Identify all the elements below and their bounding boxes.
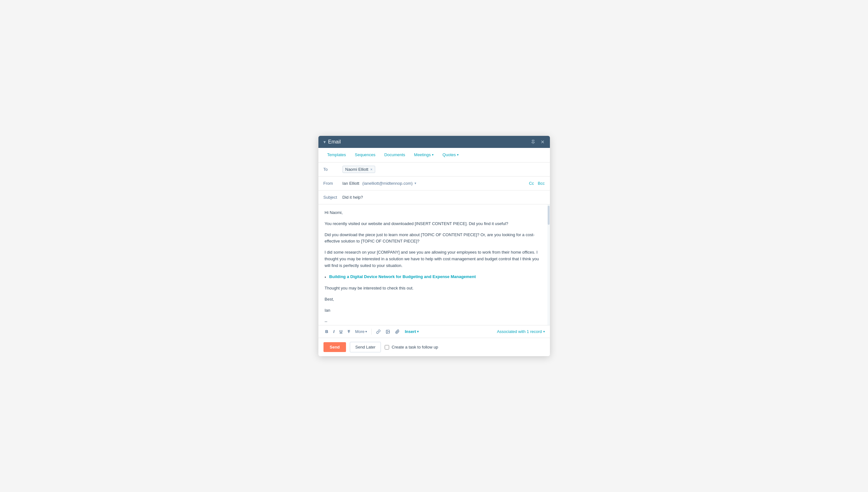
link-button[interactable] bbox=[374, 328, 383, 335]
from-name: Ian Elliott bbox=[342, 181, 359, 186]
scrollbar[interactable] bbox=[547, 204, 550, 325]
insert-chevron-icon: ▾ bbox=[417, 330, 419, 333]
nav-templates[interactable]: Templates bbox=[323, 148, 350, 162]
scrollbar-thumb bbox=[548, 206, 550, 225]
italic-button[interactable]: I bbox=[332, 328, 337, 335]
email-modal: ▾ Email Templates Sequences Documents Me… bbox=[318, 136, 550, 356]
recipient-chip: Naomi Elliott × bbox=[342, 166, 375, 173]
email-body-content: Hi Naomi, You recently visited our websi… bbox=[325, 210, 544, 325]
article-link[interactable]: Building a Digital Device Network for Bu… bbox=[329, 274, 476, 280]
email-footer: Send Send Later Create a task to follow … bbox=[318, 338, 550, 356]
pin-button[interactable] bbox=[531, 140, 535, 144]
modal-title: Email bbox=[328, 139, 341, 145]
underline-button[interactable]: U bbox=[338, 328, 344, 335]
subject-input[interactable] bbox=[342, 195, 545, 200]
nav-sequences[interactable]: Sequences bbox=[351, 148, 379, 162]
svg-point-4 bbox=[387, 331, 388, 331]
paragraph-2: Did you download the piece just to learn… bbox=[325, 232, 544, 245]
subject-label: Subject bbox=[323, 195, 342, 200]
more-button[interactable]: More ▾ bbox=[353, 328, 369, 335]
subject-row: Subject bbox=[318, 191, 550, 204]
remove-recipient-button[interactable]: × bbox=[370, 168, 372, 171]
meetings-chevron-icon: ▾ bbox=[432, 153, 433, 156]
quotes-chevron-icon: ▾ bbox=[457, 153, 458, 156]
to-row: To Naomi Elliott × bbox=[318, 163, 550, 176]
send-button[interactable]: Send bbox=[323, 342, 346, 352]
toolbar-separator-1 bbox=[371, 329, 372, 335]
subject-content bbox=[342, 195, 545, 200]
from-dropdown-icon[interactable]: ▾ bbox=[415, 181, 416, 186]
from-field: Ian Elliott (ianelliott@midtennop.com) ▾ bbox=[342, 181, 529, 186]
cc-bcc-area: Cc Bcc bbox=[529, 181, 545, 186]
email-body[interactable]: Hi Naomi, You recently visited our websi… bbox=[318, 204, 550, 325]
to-label: To bbox=[323, 167, 342, 172]
nav-quotes[interactable]: Quotes ▾ bbox=[439, 148, 463, 162]
bullet-item: • Building a Digital Device Network for … bbox=[325, 274, 544, 281]
associated-chevron-icon: ▾ bbox=[543, 330, 545, 333]
task-label: Create a task to follow up bbox=[392, 345, 438, 349]
modal-header: ▾ Email bbox=[318, 136, 550, 148]
paragraph-3: I did some research on your [COMPANY] an… bbox=[325, 249, 544, 269]
bullet-dot: • bbox=[325, 274, 326, 281]
nav-meetings[interactable]: Meetings ▾ bbox=[411, 148, 438, 162]
paragraph-1: You recently visited our website and dow… bbox=[325, 221, 544, 227]
send-later-button[interactable]: Send Later bbox=[350, 342, 381, 352]
header-left: ▾ Email bbox=[323, 139, 341, 145]
from-row: From Ian Elliott (ianelliott@midtennop.c… bbox=[318, 176, 550, 191]
image-button[interactable] bbox=[384, 328, 392, 335]
nav-documents[interactable]: Documents bbox=[380, 148, 409, 162]
greeting: Hi Naomi, bbox=[325, 210, 544, 216]
bcc-button[interactable]: Bcc bbox=[538, 181, 545, 186]
closing-1: Best, bbox=[325, 296, 544, 303]
from-email: (ianelliott@midtennop.com) bbox=[361, 181, 413, 186]
cc-button[interactable]: Cc bbox=[529, 181, 534, 186]
task-checkbox-area: Create a task to follow up bbox=[385, 345, 438, 349]
closing-2: Ian bbox=[325, 307, 544, 314]
more-chevron-icon: ▾ bbox=[365, 330, 367, 333]
collapse-chevron-icon[interactable]: ▾ bbox=[323, 139, 326, 144]
associated-record-button[interactable]: Associated with 1 record ▾ bbox=[497, 329, 545, 334]
attach-button[interactable] bbox=[393, 328, 401, 335]
close-button[interactable] bbox=[541, 140, 545, 144]
header-right bbox=[531, 140, 545, 144]
separator: -- bbox=[325, 318, 544, 325]
toolbar-right: Associated with 1 record ▾ bbox=[497, 329, 545, 334]
bold-button[interactable]: B bbox=[323, 328, 330, 335]
task-checkbox[interactable] bbox=[385, 345, 389, 349]
email-nav: Templates Sequences Documents Meetings ▾… bbox=[318, 148, 550, 163]
email-toolbar: B I U T More ▾ Insert ▾ Associated with … bbox=[318, 325, 550, 338]
to-field[interactable]: Naomi Elliott × bbox=[342, 166, 545, 173]
insert-button[interactable]: Insert ▾ bbox=[403, 328, 420, 335]
strikethrough-button[interactable]: T bbox=[346, 328, 352, 335]
paragraph-4: Thought you may be interested to check t… bbox=[325, 285, 544, 292]
recipient-name: Naomi Elliott bbox=[345, 167, 369, 172]
from-label: From bbox=[323, 181, 342, 186]
